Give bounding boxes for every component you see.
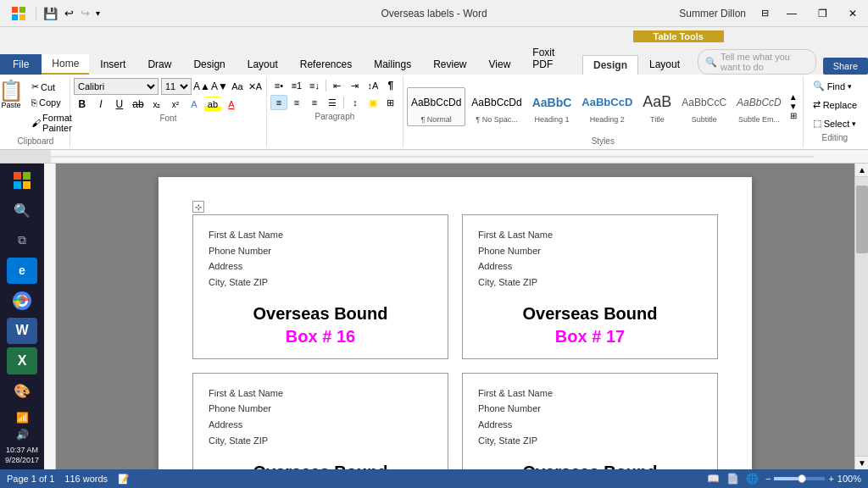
increase-font-btn[interactable]: A▲ — [194, 79, 209, 94]
tab-references[interactable]: References — [289, 54, 363, 75]
highlight-btn[interactable]: ab — [204, 97, 221, 112]
tell-me-input[interactable]: 🔍 Tell me what you want to do — [698, 49, 816, 75]
clipboard-label: Clipboard — [18, 136, 54, 146]
scroll-up-btn[interactable]: ▲ — [855, 164, 868, 177]
replace-button[interactable]: ⇄ Replace — [809, 97, 861, 113]
format-painter-icon: 🖌 — [31, 118, 41, 128]
strikethrough-btn[interactable]: ab — [130, 97, 147, 112]
labels-grid: First & Last Name Phone Number Address C… — [192, 214, 718, 469]
paint-taskbar-icon[interactable]: 🎨 — [7, 378, 37, 405]
select-button[interactable]: ⬚ Select ▾ — [809, 115, 861, 131]
font-group-label: Font — [74, 114, 263, 123]
italic-btn[interactable]: I — [92, 97, 109, 112]
tab-design[interactable]: Design — [182, 54, 236, 75]
task-view-btn[interactable]: ⧉ — [7, 227, 37, 254]
cut-button[interactable]: ✂ Cut — [28, 80, 75, 94]
style-normal[interactable]: AaBbCcDd ¶ Normal — [407, 87, 465, 126]
tab-view[interactable]: View — [478, 54, 522, 75]
bold-btn[interactable]: B — [74, 97, 91, 112]
font-color-btn[interactable]: A — [223, 97, 240, 112]
ribbon-toggle[interactable]: ⊟ — [753, 2, 776, 25]
sort-btn[interactable]: ↕A — [364, 78, 381, 93]
format-painter-button[interactable]: 🖌 Format Painter — [28, 111, 75, 135]
editing-group: 🔍 Find ▾ ⇄ Replace ⬚ Select ▾ Editing — [804, 76, 866, 147]
superscript-btn[interactable]: x² — [167, 97, 184, 112]
minimize-button[interactable]: — — [776, 0, 807, 27]
view-read-btn[interactable]: 📖 — [707, 473, 720, 485]
style-no-spacing[interactable]: AaBbCcDd ¶ No Spac... — [467, 87, 526, 126]
save-quick-btn[interactable]: 💾 — [42, 7, 59, 20]
zoom-out-btn[interactable]: − — [765, 474, 771, 484]
tab-layout[interactable]: Layout — [236, 54, 289, 75]
tab-foxit[interactable]: Foxit PDF — [521, 42, 582, 75]
style-title-label: Title — [650, 115, 665, 124]
style-heading2[interactable]: AaBbCcD Heading 2 — [577, 87, 637, 126]
text-effects-btn[interactable]: A — [186, 97, 203, 112]
decrease-indent-btn[interactable]: ⇤ — [329, 78, 346, 93]
scissors-icon: ✂ — [31, 81, 39, 92]
view-print-btn[interactable]: 📄 — [726, 473, 739, 485]
style-title[interactable]: AaB Title — [638, 87, 676, 126]
restore-button[interactable]: ❐ — [807, 0, 837, 27]
increase-indent-btn[interactable]: ⇥ — [347, 78, 364, 93]
borders-btn[interactable]: ⊞ — [382, 95, 399, 110]
scroll-down-btn[interactable]: ▼ — [855, 456, 868, 469]
line-spacing-btn[interactable]: ↕ — [347, 95, 364, 110]
style-subtle-em[interactable]: AaBbCcD Subtle Em... — [732, 87, 786, 126]
clear-formatting-btn[interactable]: ✕A — [248, 79, 263, 94]
edge-taskbar-icon[interactable]: e — [7, 258, 37, 285]
subscript-btn[interactable]: x₂ — [148, 97, 165, 112]
undo-btn[interactable]: ↩ — [63, 7, 75, 19]
numbering-btn[interactable]: ≡1 — [288, 78, 305, 93]
more-quick-access[interactable]: ▾ — [95, 8, 101, 18]
align-left-btn[interactable]: ≡ — [270, 95, 287, 110]
tab-mailings[interactable]: Mailings — [363, 54, 422, 75]
zoom-handle[interactable] — [798, 474, 806, 483]
style-heading1[interactable]: AaBbC Heading 1 — [528, 87, 576, 126]
redo-btn[interactable]: ↪ — [79, 7, 92, 19]
share-button[interactable]: Share — [823, 58, 868, 75]
tab-file[interactable]: File — [0, 54, 42, 75]
scroll-thumb[interactable] — [856, 186, 868, 253]
style-subtle-em-preview: AaBbCcD — [737, 90, 782, 115]
paste-button[interactable]: 📋 Paste — [0, 78, 26, 112]
decrease-font-btn[interactable]: A▼ — [212, 79, 227, 94]
close-button[interactable]: ✕ — [837, 0, 868, 27]
underline-btn[interactable]: U — [111, 97, 128, 112]
tab-insert[interactable]: Insert — [89, 54, 136, 75]
align-right-btn[interactable]: ≡ — [306, 95, 323, 110]
scrollbar[interactable]: ▲ ▼ — [854, 164, 868, 469]
tab-draw[interactable]: Draw — [136, 54, 182, 75]
excel-taskbar-icon[interactable]: X — [7, 347, 37, 374]
font-size-select[interactable]: 11 — [161, 78, 192, 95]
font-name-select[interactable]: Calibri — [74, 78, 159, 95]
tab-table-layout[interactable]: Layout — [638, 54, 691, 75]
show-formatting-btn[interactable]: ¶ — [382, 78, 399, 93]
tab-table-design[interactable]: Design — [582, 55, 638, 75]
multilevel-btn[interactable]: ≡↓ — [306, 78, 323, 93]
zoom-slider-track[interactable] — [774, 477, 825, 480]
search-taskbar-btn[interactable]: 🔍 — [7, 197, 37, 225]
style-subtitle-preview: AaBbCcC — [682, 90, 726, 115]
styles-scroll-down[interactable]: ▲ ▼ ⊞ — [787, 92, 799, 120]
bullets-btn[interactable]: ≡• — [270, 78, 287, 93]
shading-btn[interactable]: ▣ — [364, 95, 381, 110]
table-tools-label: Table Tools — [633, 30, 725, 42]
view-web-btn[interactable]: 🌐 — [746, 473, 759, 485]
start-button[interactable] — [7, 167, 37, 194]
align-center-btn[interactable]: ≡ — [288, 95, 305, 110]
justify-btn[interactable]: ☰ — [324, 95, 341, 110]
style-subtitle[interactable]: AaBbCcC Subtitle — [677, 87, 731, 126]
zoom-in-btn[interactable]: + — [828, 474, 833, 484]
tell-me-placeholder: Tell me what you want to do — [721, 52, 809, 72]
chrome-taskbar-icon[interactable] — [7, 287, 37, 314]
word-taskbar-icon[interactable]: W — [7, 318, 37, 345]
style-subtle-em-label: Subtle Em... — [738, 115, 780, 124]
copy-button[interactable]: ⎘ Copy — [28, 96, 75, 109]
tab-home[interactable]: Home — [42, 54, 89, 75]
tab-review[interactable]: Review — [422, 54, 477, 75]
find-button[interactable]: 🔍 Find ▾ — [809, 78, 861, 94]
change-case-btn[interactable]: Aa — [230, 79, 245, 94]
table-move-handle[interactable]: ⊹ — [192, 201, 204, 213]
windows-icon — [7, 0, 31, 27]
